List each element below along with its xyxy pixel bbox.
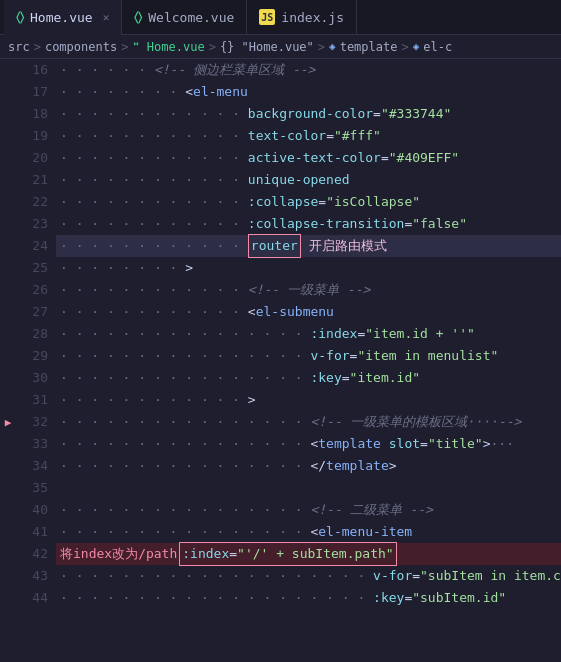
- code-line-19: · · · · · · · · · · · · text-color="#fff…: [56, 125, 561, 147]
- crumb-object[interactable]: {} "Home.vue": [220, 40, 314, 54]
- router-keyword: router: [248, 234, 301, 258]
- indent-dots-24: · · · · · · · · · · · ·: [60, 235, 248, 257]
- gutter-34: [0, 455, 16, 477]
- indent-dots-25: · · · · · · · ·: [60, 257, 185, 279]
- ln-25: 25: [20, 257, 48, 279]
- sep-5: >: [401, 40, 408, 54]
- gutter-42: [0, 543, 16, 565]
- attr-43: v-for: [373, 565, 412, 587]
- ln-18: 18: [20, 103, 48, 125]
- sep-2: >: [121, 40, 128, 54]
- gutter-31: [0, 389, 16, 411]
- val-29: "item in menulist": [357, 345, 498, 367]
- code-line-23: · · · · · · · · · · · · :collapse-transi…: [56, 213, 561, 235]
- close-icon[interactable]: ✕: [103, 11, 110, 24]
- indent-dots-27: · · · · · · · · · · · ·: [60, 301, 248, 323]
- code-area: · · · · · · <!-- 侧边栏菜单区域 --> · · · · · ·…: [56, 59, 561, 662]
- gutter-30: [0, 367, 16, 389]
- code-line-28: · · · · · · · · · · · · · · · · :index="…: [56, 323, 561, 345]
- gutter-41: [0, 521, 16, 543]
- gutter-23: [0, 213, 16, 235]
- comment-16: <!-- 侧边栏菜单区域 -->: [154, 59, 315, 81]
- gutter-33: [0, 433, 16, 455]
- template-icon: ◈: [329, 40, 336, 53]
- comment-32: <!-- 一级菜单的模板区域····-->: [310, 411, 521, 433]
- ln-31: 31: [20, 389, 48, 411]
- crumb-src[interactable]: src: [8, 40, 30, 54]
- code-line-20: · · · · · · · · · · · · active-text-colo…: [56, 147, 561, 169]
- indent-dots-43: · · · · · · · · · · · · · · · · · · · ·: [60, 565, 373, 587]
- tag-close-34: template: [326, 455, 389, 477]
- editor: ▶ 16 17 18 19 20 21 22 23 24 25 26 27 28…: [0, 59, 561, 662]
- gutter-25: [0, 257, 16, 279]
- ln-27: 27: [20, 301, 48, 323]
- attr-18: background-color: [248, 103, 373, 125]
- tab-label-3: index.js: [281, 10, 344, 25]
- indent-dots-29: · · · · · · · · · · · · · · · ·: [60, 345, 310, 367]
- collapse-32[interactable]: ▶: [0, 411, 16, 433]
- indent-dots-41: · · · · · · · · · · · · · · · ·: [60, 521, 310, 543]
- ln-28: 28: [20, 323, 48, 345]
- gutter-24: [0, 235, 16, 257]
- ln-29: 29: [20, 345, 48, 367]
- tab-welcome-vue[interactable]: 〈〉 Welcome.vue: [122, 0, 247, 35]
- indent-dots-28: · · · · · · · · · · · · · · · ·: [60, 323, 310, 345]
- indent-dots-18: · · · · · · · · · · · ·: [60, 103, 248, 125]
- code-line-18: · · · · · · · · · · · · background-color…: [56, 103, 561, 125]
- ln-30: 30: [20, 367, 48, 389]
- attr-28: :index: [310, 323, 357, 345]
- index-box: :index="'/' + subItem.path": [179, 542, 396, 566]
- attr-44: :key: [373, 587, 404, 609]
- ln-44: 44: [20, 587, 48, 609]
- sep-1: >: [34, 40, 41, 54]
- ln-35: 35: [20, 477, 48, 499]
- ln-41: 41: [20, 521, 48, 543]
- val-30: "item.id": [350, 367, 420, 389]
- gutter-29: [0, 345, 16, 367]
- ln-19: 19: [20, 125, 48, 147]
- annotation-index-label: 将index改为/path: [60, 543, 177, 565]
- val-33: "title": [428, 433, 483, 455]
- code-line-44: · · · · · · · · · · · · · · · · · · · · …: [56, 587, 561, 609]
- crumb-template[interactable]: template: [340, 40, 398, 54]
- crumb-home-vue[interactable]: ❝ Home.vue: [132, 40, 204, 54]
- val-22: "isCollapse": [326, 191, 420, 213]
- val-23: "false": [412, 213, 467, 235]
- code-line-26: · · · · · · · · · · · · <!-- 一级菜单 -->: [56, 279, 561, 301]
- comment-40: <!-- 二级菜单 -->: [310, 499, 432, 521]
- ln-21: 21: [20, 169, 48, 191]
- crumb-components[interactable]: components: [45, 40, 117, 54]
- attr-22: :collapse: [248, 191, 318, 213]
- indent-dots-19: · · · · · · · · · · · ·: [60, 125, 248, 147]
- indent-dots-40: · · · · · · · · · · · · · · · ·: [60, 499, 310, 521]
- el-icon: ◈: [413, 40, 420, 53]
- close-25: >: [185, 257, 193, 279]
- code-line-17: · · · · · · · · <el-menu: [56, 81, 561, 103]
- ln-43: 43: [20, 565, 48, 587]
- attr-33: slot: [381, 433, 420, 455]
- crumb-el[interactable]: el-c: [423, 40, 452, 54]
- attr-20: active-text-color: [248, 147, 381, 169]
- ln-24: 24: [20, 235, 48, 257]
- tab-home-vue[interactable]: 〈〉 Home.vue ✕: [4, 0, 122, 35]
- code-line-22: · · · · · · · · · · · · :collapse="isCol…: [56, 191, 561, 213]
- val-18: "#333744": [381, 103, 451, 125]
- vue-icon: 〈〉: [16, 10, 24, 24]
- code-line-25: · · · · · · · · >: [56, 257, 561, 279]
- ln-17: 17: [20, 81, 48, 103]
- tab-index-js[interactable]: JS index.js: [247, 0, 357, 35]
- code-line-42: 将index改为/path :index="'/' + subItem.path…: [56, 543, 561, 565]
- code-line-21: · · · · · · · · · · · · unique-opened: [56, 169, 561, 191]
- val-44: "subItem.id": [412, 587, 506, 609]
- annotation-router: 开启路由模式: [309, 235, 387, 257]
- code-line-32: · · · · · · · · · · · · · · · · <!-- 一级菜…: [56, 411, 561, 433]
- gutter-40: [0, 499, 16, 521]
- code-line-33: · · · · · · · · · · · · · · · · <templat…: [56, 433, 561, 455]
- tab-label-2: Welcome.vue: [148, 10, 234, 25]
- code-line-27: · · · · · · · · · · · · <el-submenu: [56, 301, 561, 323]
- val-42: "'/' + subItem.path": [237, 546, 394, 561]
- breadcrumb: src > components > ❝ Home.vue > {} "Home…: [0, 35, 561, 59]
- indent-dots-22: · · · · · · · · · · · ·: [60, 191, 248, 213]
- indent-dots-20: · · · · · · · · · · · ·: [60, 147, 248, 169]
- tag-27: el-submenu: [256, 301, 334, 323]
